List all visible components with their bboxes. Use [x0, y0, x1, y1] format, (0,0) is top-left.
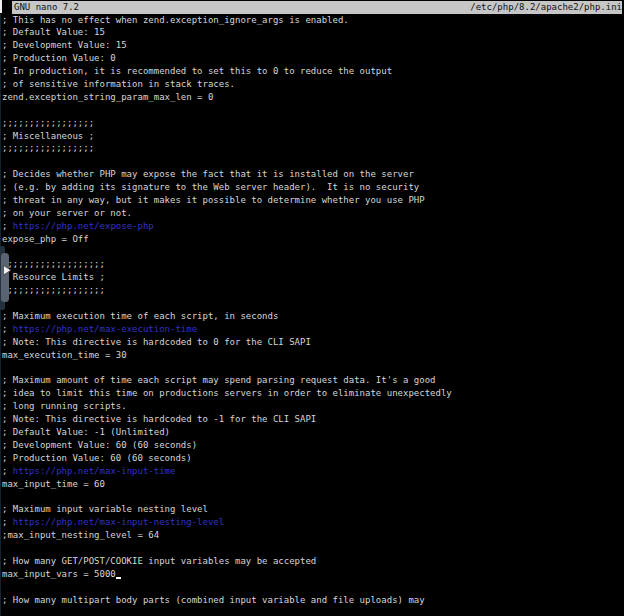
- editor-line: ; Production Value: 60 (60 seconds): [2, 452, 624, 465]
- editor-line: ; (e.g. by adding its signature to the W…: [2, 181, 624, 194]
- editor-text: ; Development Value: 60 (60 seconds): [2, 440, 197, 450]
- editor-text: ; on your server or not.: [2, 208, 132, 218]
- editor-text: ;;;;;;;;;;;;;;;;;;;: [2, 285, 105, 295]
- editor-text: ;: [2, 517, 13, 527]
- editor-text: ;;;;;;;;;;;;;;;;;;;: [2, 259, 105, 269]
- editor-line: ; Development Value: 60 (60 seconds): [2, 439, 624, 452]
- window-edge-highlight: [0, 0, 2, 13]
- editor-text: ;: [2, 221, 13, 231]
- editor-text: ; Production Value: 0: [2, 53, 116, 63]
- editor-text: ; Miscellaneous ;: [2, 131, 94, 141]
- editor-line: ; of sensitive information in stack trac…: [2, 78, 624, 91]
- editor-text: ; Note: This directive is hardcoded to -…: [2, 414, 316, 424]
- editor-line: ; How many multipart body parts (combine…: [2, 594, 624, 607]
- url-link[interactable]: https://php.net/max-execution-time: [13, 324, 197, 334]
- editor-text: ; In production, it is recommended to se…: [2, 66, 392, 76]
- url-link[interactable]: https://php.net/max-input-nesting-level: [13, 517, 224, 527]
- editor-text: expose_php = Off: [2, 234, 89, 244]
- editor-line: ; Production Value: 0: [2, 52, 624, 65]
- editor-text: ; idea to limit this time on productions…: [2, 388, 452, 398]
- editor-text: ; Maximum input variable nesting level: [2, 504, 208, 514]
- editor-lines[interactable]: ; This has no effect when zend.exception…: [2, 14, 624, 607]
- editor-text: ;;;;;;;;;;;;;;;;;: [2, 143, 94, 153]
- text-cursor: [116, 577, 121, 579]
- editor-line: max_input_vars = 5000: [2, 568, 624, 581]
- editor-text: max_input_vars = 5000: [2, 569, 116, 579]
- editor-line: ;;;;;;;;;;;;;;;;;: [2, 142, 624, 155]
- editor-text: ;: [2, 466, 13, 476]
- editor-line: [2, 246, 624, 259]
- editor-line: expose_php = Off: [2, 233, 624, 246]
- editor-line: ; long running scripts.: [2, 400, 624, 413]
- editor-line: ; Maximum execution time of each script,…: [2, 310, 624, 323]
- editor-text: ; Maximum amount of time each script may…: [2, 375, 435, 385]
- editor-line: ;;;;;;;;;;;;;;;;;;;: [2, 284, 624, 297]
- editor-text: ; Note: This directive is hardcoded to 0…: [2, 337, 311, 347]
- editor-line: ;;;;;;;;;;;;;;;;;: [2, 117, 624, 130]
- file-path-label: /etc/php/8.2/apache2/php.ini: [470, 1, 622, 14]
- editor-line: ;max_input_nesting_level = 64: [2, 529, 624, 542]
- editor-line: [2, 362, 624, 375]
- editor-line: ; Maximum amount of time each script may…: [2, 374, 624, 387]
- editor-line: ; In production, it is recommended to se…: [2, 65, 624, 78]
- editor-text: max_execution_time = 30: [2, 350, 127, 360]
- app-version-label: GNU nano 7.2: [14, 1, 79, 14]
- editor-text: ;: [2, 324, 13, 334]
- editor-line: [2, 104, 624, 117]
- editor-line: ; How many GET/POST/COOKIE input variabl…: [2, 555, 624, 568]
- editor-line: ;;;;;;;;;;;;;;;;;;;: [2, 258, 624, 271]
- editor-line: ; Note: This directive is hardcoded to -…: [2, 413, 624, 426]
- editor-text: ; threat in any way, but it makes it pos…: [2, 195, 425, 205]
- editor-text: ; How many multipart body parts (combine…: [2, 595, 425, 605]
- editor-text: ;max_input_nesting_level = 64: [2, 530, 159, 540]
- editor-text: ;;;;;;;;;;;;;;;;;: [2, 118, 94, 128]
- editor-line: ; on your server or not.: [2, 207, 624, 220]
- editor-line: ; https://php.net/max-input-nesting-leve…: [2, 516, 624, 529]
- editor-line: ; This has no effect when zend.exception…: [2, 14, 624, 27]
- editor-line: ; Resource Limits ;: [2, 271, 624, 284]
- editor-line: [2, 490, 624, 503]
- editor-text: ; Resource Limits ;: [2, 272, 105, 282]
- editor-line: ; https://php.net/max-execution-time: [2, 323, 624, 336]
- editor-text: ; long running scripts.: [2, 401, 127, 411]
- editor-line: ; idea to limit this time on productions…: [2, 387, 624, 400]
- editor-line: ; Default Value: 15: [2, 26, 624, 39]
- editor-line: [2, 155, 624, 168]
- editor-text: ; Development Value: 15: [2, 40, 127, 50]
- editor-line: ; threat in any way, but it makes it pos…: [2, 194, 624, 207]
- editor-text: ; (e.g. by adding its signature to the W…: [2, 182, 419, 192]
- window-left-edge: [0, 14, 1, 616]
- url-link[interactable]: https://php.net/max-input-time: [13, 466, 176, 476]
- editor-text: ; Default Value: -1 (Unlimited): [2, 427, 170, 437]
- editor-line: ; Decides whether PHP may expose the fac…: [2, 168, 624, 181]
- editor-line: ; Note: This directive is hardcoded to 0…: [2, 336, 624, 349]
- editor-text: ; Maximum execution time of each script,…: [2, 311, 278, 321]
- editor-line: ; Miscellaneous ;: [2, 130, 624, 143]
- editor-line: [2, 297, 624, 310]
- editor-text: zend.exception_string_param_max_len = 0: [2, 92, 213, 102]
- editor-text: ; This has no effect when zend.exception…: [2, 15, 349, 25]
- editor-line: [2, 542, 624, 555]
- editor-text: ; Default Value: 15: [2, 27, 105, 37]
- editor-line: ; Default Value: -1 (Unlimited): [2, 426, 624, 439]
- mouse-cursor: [3, 265, 12, 276]
- editor-text: ; How many GET/POST/COOKIE input variabl…: [2, 556, 316, 566]
- editor-line: [2, 581, 624, 594]
- editor-line: ; Maximum input variable nesting level: [2, 503, 624, 516]
- terminal-screen[interactable]: GNU nano 7.2 /etc/php/8.2/apache2/php.in…: [0, 0, 624, 616]
- editor-text: ; Production Value: 60 (60 seconds): [2, 453, 192, 463]
- editor-line: ; Development Value: 15: [2, 39, 624, 52]
- editor-line: max_input_time = 60: [2, 478, 624, 491]
- nano-titlebar: GNU nano 7.2 /etc/php/8.2/apache2/php.in…: [12, 1, 623, 14]
- scrollbar-thumb[interactable]: [1, 253, 9, 302]
- editor-line: ; https://php.net/expose-php: [2, 220, 624, 233]
- url-link[interactable]: https://php.net/expose-php: [13, 221, 154, 231]
- editor-text: ; Decides whether PHP may expose the fac…: [2, 169, 414, 179]
- editor-text: ; of sensitive information in stack trac…: [2, 79, 235, 89]
- editor-text: max_input_time = 60: [2, 479, 105, 489]
- editor-line: max_execution_time = 30: [2, 349, 624, 362]
- editor-line: ; https://php.net/max-input-time: [2, 465, 624, 478]
- editor-line: zend.exception_string_param_max_len = 0: [2, 91, 624, 104]
